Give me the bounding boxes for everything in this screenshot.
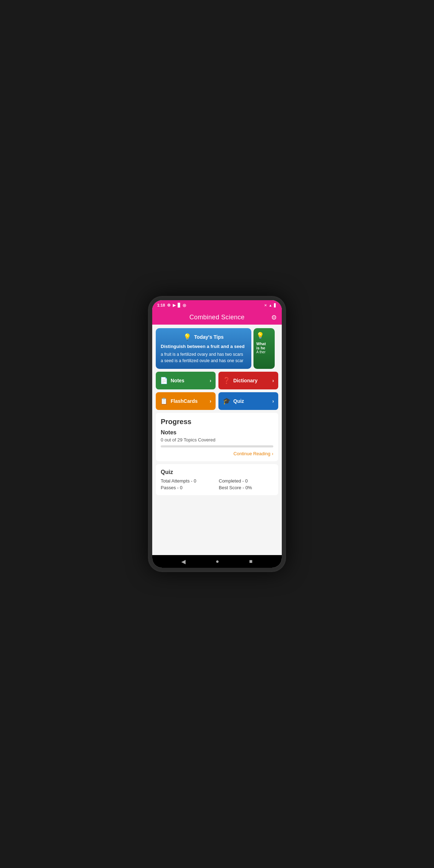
bottom-nav: ◀ ● ■ [152, 555, 282, 568]
quiz-stats: Total Attempts - 0 Completed - 0 Passes … [161, 478, 273, 490]
notes-arrow-icon: › [210, 378, 211, 383]
tip-body-line1: a fruit is a fertilized ovary and has tw… [161, 352, 243, 357]
wifi-icon: ◎ [183, 303, 186, 308]
quiz-label: Quiz [233, 398, 244, 404]
green-card-title: What [256, 342, 272, 346]
quiz-arrow-icon: › [272, 398, 274, 404]
dict-btn-inner: ❓ Dictionary [223, 377, 257, 384]
back-button[interactable]: ◀ [181, 558, 185, 565]
completed-stat: Completed - 0 [219, 478, 273, 484]
play-icon: ▶ [173, 303, 176, 308]
tip-body: a fruit is a fertilized ovary and has tw… [161, 351, 246, 364]
settings-status-icon: ⚙ [167, 303, 171, 308]
notes-label: Notes [171, 378, 184, 383]
signal-icon: ▲ [269, 303, 272, 307]
quiz-section: Quiz Total Attempts - 0 Completed - 0 Pa… [156, 464, 278, 495]
notes-btn-inner: 📄 Notes [160, 377, 184, 384]
wifi-off-icon: ✕ [264, 303, 267, 307]
tip-body-line2: a seed is a fertilized ovule and has one… [161, 358, 243, 363]
notes-icon: 📄 [160, 377, 168, 384]
dictionary-button[interactable]: ❓ Dictionary › [218, 372, 278, 389]
notes-button[interactable]: 📄 Notes › [156, 372, 216, 389]
dictionary-icon: ❓ [223, 377, 230, 384]
tip-card-blue[interactable]: 💡 Today's Tips Distinguish between a fru… [156, 328, 251, 369]
quiz-button[interactable]: 🎓 Quiz › [218, 392, 278, 410]
actions-grid: 📄 Notes › ❓ Dictionary › 📋 [152, 372, 282, 413]
green-card-subtitle: is he [256, 346, 272, 350]
quiz-icon: 🎓 [223, 397, 230, 405]
tip-subtitle: Distinguish between a fruit and a seed [161, 344, 246, 349]
phone-screen: 1:18 ⚙ ▶ ▊ ◎ ✕ ▲ ▋ Combined Science ⚙ [152, 300, 282, 568]
flashcards-label: FlashCards [171, 398, 198, 404]
flashcards-arrow-icon: › [210, 398, 211, 404]
tip-header: 💡 Today's Tips [161, 333, 246, 341]
phone-frame: 1:18 ⚙ ▶ ▊ ◎ ✕ ▲ ▋ Combined Science ⚙ [148, 296, 286, 572]
quiz-btn-inner: 🎓 Quiz [223, 397, 244, 405]
progress-bar-bg [161, 445, 273, 447]
app-settings-icon[interactable]: ⚙ [271, 314, 277, 321]
quiz-section-heading: Quiz [161, 469, 273, 475]
green-card-header: 💡 [256, 332, 272, 339]
flash-btn-inner: 📋 FlashCards [160, 397, 198, 405]
tip-card-green[interactable]: 💡 What is he A ther [253, 328, 275, 369]
time-display: 1:18 [157, 303, 165, 307]
continue-reading-btn[interactable]: Continue Reading › [161, 451, 273, 456]
continue-reading-label: Continue Reading [234, 451, 270, 456]
progress-notes-text: 0 out of 29 Topics Covered [161, 437, 273, 442]
app-bar: Combined Science ⚙ [152, 310, 282, 325]
lightbulb-green-icon: 💡 [256, 332, 264, 339]
status-bar: 1:18 ⚙ ▶ ▊ ◎ ✕ ▲ ▋ [152, 300, 282, 310]
sim-icon: ▊ [178, 303, 181, 308]
battery-icon: ▋ [274, 303, 277, 307]
status-left: 1:18 ⚙ ▶ ▊ ◎ [157, 303, 186, 308]
dictionary-arrow-icon: › [272, 378, 274, 383]
lightbulb-icon: 💡 [183, 333, 191, 341]
best-score-stat: Best Score - 0% [219, 485, 273, 490]
app-title: Combined Science [189, 314, 245, 321]
passes-stat: Passes - 0 [161, 485, 215, 490]
progress-notes-label: Notes [161, 429, 273, 436]
main-content: 💡 Today's Tips Distinguish between a fru… [152, 325, 282, 555]
total-attempts-stat: Total Attempts - 0 [161, 478, 215, 484]
flashcards-button[interactable]: 📋 FlashCards › [156, 392, 216, 410]
tip-card-title: Today's Tips [194, 334, 224, 340]
progress-section: Progress Notes 0 out of 29 Topics Covere… [156, 413, 278, 461]
dictionary-label: Dictionary [233, 378, 257, 383]
continue-reading-arrow: › [272, 451, 273, 456]
home-button[interactable]: ● [216, 558, 219, 565]
recents-button[interactable]: ■ [249, 558, 253, 565]
green-card-body: A ther [256, 350, 272, 354]
progress-heading: Progress [161, 418, 273, 426]
tips-section: 💡 Today's Tips Distinguish between a fru… [152, 325, 282, 372]
status-right: ✕ ▲ ▋ [264, 303, 277, 307]
flashcards-icon: 📋 [160, 397, 168, 405]
